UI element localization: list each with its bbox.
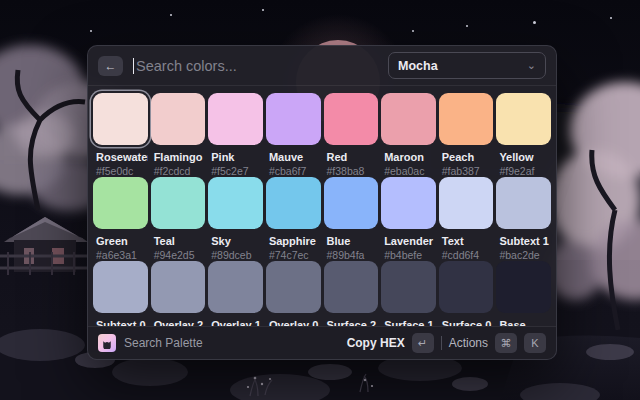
text-cursor [133,58,134,74]
palette-launcher-window: ← Search colors... Mocha ⌄ Rosewater #f5… [87,45,557,360]
color-swatch[interactable] [151,93,206,145]
color-swatch-item[interactable]: Red #f38ba8 [324,93,379,177]
color-swatch-item[interactable]: Sapphire #74c7ec [266,177,321,261]
color-swatch[interactable] [208,93,263,145]
catppuccin-logo-icon [98,334,116,352]
color-swatch-item[interactable]: Sky #89dceb [208,177,263,261]
color-swatch-item[interactable]: Subtext 1 #bac2de [496,177,551,261]
back-button[interactable]: ← [98,56,123,76]
color-name: Yellow [496,151,551,163]
flavor-dropdown[interactable]: Mocha ⌄ [388,52,546,79]
color-swatch-item[interactable]: Green #a6e3a1 [93,177,148,261]
color-name: Surface 0 [439,319,494,326]
color-name: Teal [151,235,206,247]
color-name: Flamingo [151,151,206,163]
color-swatch-item[interactable]: Pink #f5c2e7 [208,93,263,177]
back-arrow-icon: ← [105,59,117,73]
color-name: Blue [324,235,379,247]
color-swatch-item[interactable]: Maroon #eba0ac [381,93,436,177]
color-swatch[interactable] [266,177,321,229]
chevron-down-icon: ⌄ [527,59,536,72]
color-swatch[interactable] [93,177,148,229]
color-swatch-item[interactable]: Peach #fab387 [439,93,494,177]
color-swatch[interactable] [324,261,379,313]
color-swatch-item[interactable]: Overlay 2 [151,261,206,326]
star [533,21,536,24]
search-input[interactable]: Search colors... [133,58,378,74]
command-key-icon[interactable]: ⌘ [495,333,517,353]
color-grid-area: Rosewater #f5e0dc Flamingo #f2cdcd Pink … [88,86,556,326]
color-hex: #89dceb [208,249,263,261]
color-swatch[interactable] [496,177,551,229]
color-swatch[interactable] [496,261,551,313]
color-swatch-item[interactable]: Teal #94e2d5 [151,177,206,261]
color-name: Subtext 1 [496,235,551,247]
color-swatch-item[interactable]: Rosewater #f5e0dc [93,93,148,177]
color-hex: #bac2de [496,249,551,261]
footer-divider [441,336,442,350]
color-swatch[interactable] [208,177,263,229]
search-placeholder: Search colors... [136,58,237,74]
color-hex: #89b4fa [324,249,379,261]
color-name: Overlay 2 [151,319,206,326]
color-name: Mauve [266,151,321,163]
color-swatch[interactable] [381,93,436,145]
k-key-icon[interactable]: K [524,333,546,353]
color-swatch[interactable] [381,177,436,229]
color-swatch[interactable] [439,93,494,145]
color-swatch[interactable] [93,261,148,313]
color-swatch[interactable] [151,261,206,313]
color-swatch-item[interactable]: Surface 0 [439,261,494,326]
color-hex: #94e2d5 [151,249,206,261]
color-grid: Rosewater #f5e0dc Flamingo #f2cdcd Pink … [93,93,551,326]
color-swatch-item[interactable]: Base [496,261,551,326]
color-swatch[interactable] [208,261,263,313]
star [90,30,92,32]
color-name: Surface 1 [381,319,436,326]
color-swatch[interactable] [324,177,379,229]
color-hex: #f9e2af [496,165,551,177]
color-name: Subtext 0 [93,319,148,326]
color-swatch[interactable] [266,93,321,145]
color-swatch[interactable] [93,93,148,145]
screen: ← Search colors... Mocha ⌄ Rosewater #f5… [0,0,640,400]
star [412,30,414,32]
color-swatch-item[interactable]: Flamingo #f2cdcd [151,93,206,177]
color-swatch[interactable] [381,261,436,313]
color-swatch-item[interactable]: Overlay 1 [208,261,263,326]
color-swatch[interactable] [324,93,379,145]
cat-face-icon [101,337,113,349]
extension-name: Search Palette [124,336,203,350]
color-name: Surface 2 [324,319,379,326]
color-swatch[interactable] [266,261,321,313]
color-swatch-item[interactable]: Lavender #b4befe [381,177,436,261]
color-swatch[interactable] [151,177,206,229]
color-swatch[interactable] [439,177,494,229]
color-name: Lavender [381,235,436,247]
color-swatch-item[interactable]: Overlay 0 [266,261,321,326]
color-hex: #cba6f7 [266,165,321,177]
color-swatch-item[interactable]: Surface 2 [324,261,379,326]
color-hex: #a6e3a1 [93,249,148,261]
color-name: Overlay 0 [266,319,321,326]
color-swatch[interactable] [439,261,494,313]
color-hex: #f38ba8 [324,165,379,177]
color-swatch[interactable] [496,93,551,145]
color-swatch-item[interactable]: Mauve #cba6f7 [266,93,321,177]
color-hex: #eba0ac [381,165,436,177]
actions-menu-label[interactable]: Actions [449,336,488,350]
color-swatch-item[interactable]: Text #cdd6f4 [439,177,494,261]
color-name: Red [324,151,379,163]
color-swatch-item[interactable]: Surface 1 [381,261,436,326]
color-swatch-item[interactable]: Subtext 0 [93,261,148,326]
status-bar: Search Palette Copy HEX ↵ Actions ⌘ K [88,326,556,359]
color-name: Sapphire [266,235,321,247]
color-swatch-item[interactable]: Blue #89b4fa [324,177,379,261]
color-hex: #b4befe [381,249,436,261]
color-swatch-item[interactable]: Yellow #f9e2af [496,93,551,177]
primary-action-label[interactable]: Copy HEX [347,336,405,350]
color-hex: #f5c2e7 [208,165,263,177]
enter-key-icon[interactable]: ↵ [412,333,434,353]
star [466,25,468,27]
color-name: Peach [439,151,494,163]
